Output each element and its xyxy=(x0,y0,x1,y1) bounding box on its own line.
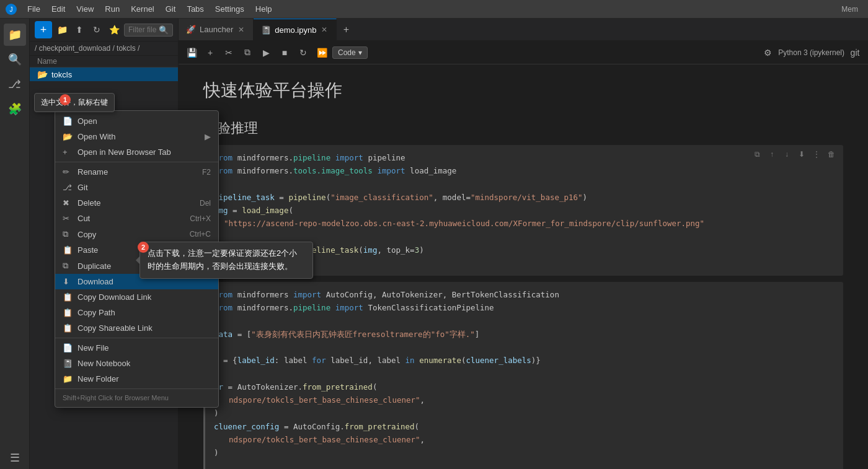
file-item-label: tokcls xyxy=(51,70,72,79)
tab-demo-close[interactable]: ✕ xyxy=(320,24,329,35)
duplicate-icon: ⧉ xyxy=(63,261,73,271)
cell-download-btn[interactable]: ⬇ xyxy=(795,147,808,161)
code-line: l = {label_id: label for label_id, label… xyxy=(214,354,835,367)
menu-settings[interactable]: Settings xyxy=(210,3,249,15)
code-cell-2: from mindformers import AutoConfig, Auto… xyxy=(203,282,843,469)
ctx-new-file-label: New File xyxy=(78,343,211,353)
chevron-down-icon: ▾ xyxy=(358,48,362,57)
app-logo: J xyxy=(5,3,17,15)
tab-demo-label: demo.ipynb xyxy=(275,25,316,35)
delete-icon: ✖ xyxy=(63,198,73,208)
ctx-copy[interactable]: ⧉ Copy Ctrl+C xyxy=(55,226,218,242)
restart-btn[interactable]: ↻ xyxy=(295,45,311,61)
folder-icon: 📂 xyxy=(37,69,48,79)
ctx-rename-label: Rename xyxy=(78,167,197,177)
ctx-copy-path[interactable]: 📋 Copy Path xyxy=(55,305,218,320)
new-folder-btn[interactable]: 📁 xyxy=(55,22,69,37)
tab-demo-icon: 📓 xyxy=(261,25,271,35)
cell-format-btn[interactable]: ⋮ xyxy=(810,147,823,161)
code-line: from mindformers.pipeline import TokenCl… xyxy=(214,301,835,314)
editor-toolbar: 💾 + ✂ ⧉ ▶ ■ ↻ ⏩ Code ▾ ⚙ Python 3 (ipyke… xyxy=(179,41,868,64)
code-line: data = ["表身刻有代表日内瓦钟表匠freresoltramere的"fo… xyxy=(214,328,835,341)
ctx-browser-menu-label: Shift+Right Click for Browser Menu xyxy=(63,394,211,401)
ctx-delete[interactable]: ✖ Delete Del xyxy=(55,195,218,211)
ctx-copy-download-link[interactable]: 📋 Copy Download Link xyxy=(55,289,218,305)
download-tooltip: 点击下载，注意一定要保证资源还在2个小时的生命周期内，否则会出现连接失败。 xyxy=(140,242,313,279)
menu-edit[interactable]: Edit xyxy=(46,3,70,15)
sidebar-files-btn[interactable]: 📁 xyxy=(4,24,26,46)
sidebar-bottom-btn[interactable]: ☰ xyxy=(4,447,26,469)
cell-copy-btn[interactable]: ⧉ xyxy=(750,147,764,161)
cut-cell-btn[interactable]: ✂ xyxy=(221,45,237,61)
ctx-open-with[interactable]: 📂 Open With ▶ xyxy=(55,129,218,144)
cell-delete-btn[interactable]: 🗑 xyxy=(825,147,838,161)
arrow-icon: ▶ xyxy=(205,132,211,141)
ctx-rename-shortcut: F2 xyxy=(202,168,211,177)
file-item-tokcls[interactable]: 📂 tokcls xyxy=(30,68,178,81)
file-search-box[interactable]: 🔍 xyxy=(124,24,173,37)
menu-kernel[interactable]: Kernel xyxy=(126,3,159,15)
badge-2: 2 xyxy=(138,242,149,253)
git-status-btn[interactable]: git xyxy=(847,45,863,61)
menu-tabs[interactable]: Tabs xyxy=(182,3,208,15)
new-folder-icon: 📁 xyxy=(63,374,73,384)
cell-down-btn[interactable]: ↓ xyxy=(780,147,794,161)
ctx-new-notebook[interactable]: 📓 New Notebook xyxy=(55,356,218,371)
stop-btn[interactable]: ■ xyxy=(277,45,293,61)
ctx-new-folder[interactable]: 📁 New Folder xyxy=(55,371,218,387)
ctx-copy-path-label: Copy Path xyxy=(78,308,211,317)
tab-bar: 🚀 Launcher ✕ 📓 demo.ipynb ✕ + xyxy=(179,19,868,41)
settings-btn[interactable]: ⚙ xyxy=(760,45,776,61)
code-line: pipeline_task = pipeline("image_classifi… xyxy=(214,191,835,204)
ctx-rename[interactable]: ✏ Rename F2 xyxy=(55,164,218,180)
ctx-cut[interactable]: ✂ Cut Ctrl+X xyxy=(55,211,218,226)
save-btn[interactable]: 💾 xyxy=(184,45,200,61)
ctx-git[interactable]: ⎇ Git xyxy=(55,180,218,195)
code-line: from mindformers.pipeline import pipelin… xyxy=(214,151,835,164)
copy-path-icon: 📋 xyxy=(63,308,73,317)
icon-sidebar: 📁 🔍 ⎇ 🧩 ☰ xyxy=(0,19,30,469)
instruction-tooltip: 选中文件，鼠标右键 xyxy=(34,93,115,112)
ctx-sep-1 xyxy=(55,162,218,162)
kernel-select[interactable]: Code ▾ xyxy=(332,46,368,59)
cell-up-btn[interactable]: ↑ xyxy=(765,147,779,161)
search-input[interactable] xyxy=(128,25,156,34)
ctx-open-browser-tab[interactable]: + Open in New Browser Tab xyxy=(55,144,218,160)
menu-run[interactable]: Run xyxy=(100,3,125,15)
run-btn[interactable]: ▶ xyxy=(258,45,274,61)
copy-cell-btn[interactable]: ⧉ xyxy=(239,45,255,61)
breadcrumb: / checkpoint_download / tokcls / xyxy=(30,42,178,56)
code-line: "https://ascend-repo-modelzoo.obs.cn-eas… xyxy=(214,217,835,230)
ctx-copy-shareable-link[interactable]: 📋 Copy Shareable Link xyxy=(55,320,218,336)
tab-add-btn[interactable]: + xyxy=(337,19,355,41)
code-line: from mindformers import AutoConfig, Auto… xyxy=(214,288,835,301)
menu-git[interactable]: Git xyxy=(161,3,181,15)
tab-demo[interactable]: 📓 demo.ipynb ✕ xyxy=(254,19,337,41)
notebook-title: 快速体验平台操作 xyxy=(203,77,843,105)
sidebar-search-btn[interactable]: 🔍 xyxy=(4,48,26,71)
code-line: ) xyxy=(214,446,835,459)
tab-launcher-close[interactable]: ✕ xyxy=(237,24,246,35)
ctx-delete-label: Delete xyxy=(78,198,195,208)
ctx-new-file[interactable]: 📄 New File xyxy=(55,340,218,356)
refresh-btn[interactable]: ↻ xyxy=(89,22,104,37)
sidebar-git-btn[interactable]: ⎇ xyxy=(4,73,26,95)
kernel-select-label: Code xyxy=(338,48,356,57)
menu-view[interactable]: View xyxy=(71,3,99,15)
code-line: from mindformers.tools.image_tools impor… xyxy=(214,164,835,177)
fast-forward-btn[interactable]: ⏩ xyxy=(314,45,330,61)
git-panel-btn[interactable]: ⭐ xyxy=(107,22,122,37)
ctx-open-label: Open xyxy=(78,116,211,126)
menu-file[interactable]: File xyxy=(22,3,45,15)
new-launcher-btn[interactable]: + xyxy=(35,21,52,38)
menu-help[interactable]: Help xyxy=(250,3,277,15)
sidebar-extensions-btn[interactable]: 🧩 xyxy=(4,98,26,120)
upload-btn[interactable]: ⬆ xyxy=(72,22,87,37)
add-cell-btn[interactable]: + xyxy=(202,45,218,61)
tab-launcher[interactable]: 🚀 Launcher ✕ xyxy=(179,19,254,41)
ctx-git-label: Git xyxy=(78,183,211,192)
ctx-sep-2 xyxy=(55,338,218,338)
ctx-open[interactable]: 📄 Open xyxy=(55,113,218,129)
ctx-copy-shortcut: Ctrl+C xyxy=(190,230,211,239)
ctx-browser-menu: Shift+Right Click for Browser Menu xyxy=(55,391,218,405)
